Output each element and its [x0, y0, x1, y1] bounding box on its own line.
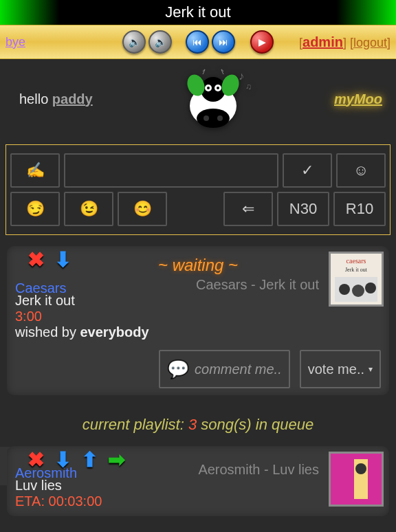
volume-down-icon[interactable]: 🔈 [122, 30, 146, 54]
wished-by: wished by everybody [15, 324, 381, 340]
volume-up-icon[interactable]: 🔉 [148, 30, 172, 54]
write-emoji-button[interactable]: ✍️ [10, 153, 60, 188]
album-art: caesarsJerk it out [329, 252, 384, 307]
submit-button[interactable]: ✓ [283, 153, 332, 188]
svg-text:Jerk it out: Jerk it out [345, 267, 368, 273]
user-link[interactable]: paddy [52, 91, 93, 107]
move-down-icon[interactable]: ⬇ [54, 247, 72, 271]
svg-text:♫: ♫ [245, 82, 252, 91]
svg-text:♪: ♪ [239, 70, 244, 82]
svg-point-3 [217, 115, 223, 121]
pl-count: 3 [188, 416, 197, 433]
smirk-button[interactable]: 😏 [10, 192, 60, 226]
wisher-name: everybody [80, 324, 149, 340]
svg-point-19 [365, 282, 376, 293]
bye-link[interactable]: bye [6, 35, 25, 49]
toolbar: bye 🔈 🔉 ⏮ ⏭ ▶ [admin] [logout] [0, 25, 396, 59]
r10-button[interactable]: R10 [333, 192, 386, 226]
pl-pre: current playlist: [82, 416, 188, 433]
svg-point-18 [352, 285, 364, 297]
album-art [329, 452, 384, 507]
now-playing-card: ✖ ⬇ ~ waiting ~ caesarsJerk it out Caesa… [7, 246, 389, 395]
vote-label: vote me.. [308, 362, 364, 377]
comment-placeholder: comment me.. [195, 362, 282, 377]
playlist-heading: current playlist: 3 song(s) in queue [0, 416, 396, 434]
remove-icon[interactable]: ✖ [28, 247, 45, 271]
admin-link[interactable]: admin [302, 34, 343, 49]
svg-point-1 [197, 109, 230, 128]
wished-prefix: wished by [15, 324, 80, 340]
mymoo-link[interactable]: myMoo [334, 91, 382, 107]
svg-point-2 [204, 115, 209, 121]
next-track-icon[interactable]: ⏭ [212, 30, 235, 54]
blush-button[interactable]: 😊 [118, 192, 167, 226]
comment-input[interactable]: 💬 comment me.. [159, 350, 290, 388]
svg-point-22 [355, 463, 366, 474]
compose-input-wrap [64, 153, 278, 188]
n30-button[interactable]: N30 [277, 192, 329, 226]
play-next-icon[interactable]: ➡ [108, 447, 125, 472]
move-up-icon[interactable]: ⬆ [81, 447, 98, 472]
svg-text:caesars: caesars [346, 257, 366, 265]
svg-point-4 [201, 77, 226, 102]
cow-logo: ♪ ♫ [165, 65, 261, 133]
prev-track-icon[interactable]: ⏮ [186, 30, 209, 54]
pl-post: song(s) in queue [197, 416, 314, 433]
play-icon[interactable]: ▶ [250, 30, 274, 54]
queue-card: ✖ ⬇ ⬆ ➡ Aerosmith Aerosmith - Luv lies L… [7, 446, 389, 516]
compose-panel: ✍️ ✓ ☺ 😏 😉 😊 ⇐ N30 R10 [6, 144, 390, 235]
now-playing-title: Jerk it out [0, 0, 396, 25]
wink-button[interactable]: 😉 [64, 192, 113, 226]
logout-link[interactable]: logout [353, 36, 387, 49]
chevron-down-icon: ▾ [368, 364, 373, 374]
hello-label: hello [19, 91, 52, 107]
svg-point-8 [217, 87, 219, 89]
compose-input[interactable] [65, 155, 277, 186]
track-eta: ETA: 00:03:00 [15, 494, 381, 509]
track-title: Jerk it out [15, 293, 381, 309]
svg-point-17 [339, 284, 350, 295]
auth-links: [admin] [logout] [299, 34, 390, 50]
track-duration: 3:00 [15, 309, 381, 324]
greeting: hello paddy [19, 91, 93, 107]
track-info: Caesars Caesars - Jerk it out Jerk it ou… [15, 280, 381, 340]
back-button[interactable]: ⇐ [223, 192, 273, 226]
title-text: Jerk it out [165, 3, 230, 21]
svg-point-7 [207, 87, 210, 89]
vote-select[interactable]: vote me.. ▾ [300, 350, 381, 388]
smile-button[interactable]: ☺ [336, 153, 386, 188]
remove-icon[interactable]: ✖ [28, 447, 45, 472]
track-desc: Caesars - Jerk it out [15, 277, 381, 293]
move-down-icon[interactable]: ⬇ [54, 447, 72, 472]
welcome-row: hello paddy ♪ ♫ myMoo [0, 59, 396, 139]
comment-icon: 💬 [167, 359, 189, 380]
